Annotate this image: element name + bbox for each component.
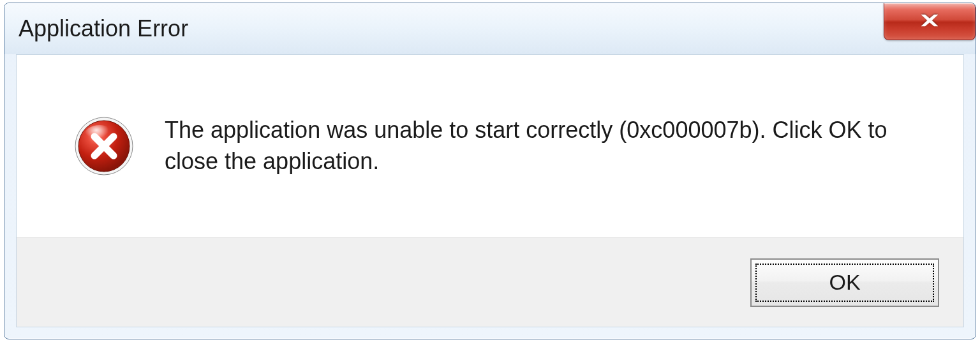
dialog-title: Application Error <box>19 15 188 42</box>
ok-button[interactable]: OK <box>750 258 939 307</box>
titlebar: Application Error <box>4 3 976 54</box>
close-button[interactable] <box>884 3 976 40</box>
content-area: The application was unable to start corr… <box>16 54 964 327</box>
error-dialog: Application Error <box>4 3 976 339</box>
message-text: The application was unable to start corr… <box>165 115 919 177</box>
message-area: The application was unable to start corr… <box>17 55 963 237</box>
error-icon <box>74 116 134 176</box>
close-icon <box>916 12 943 31</box>
ok-button-label: OK <box>755 264 934 302</box>
button-area: OK <box>17 237 963 327</box>
